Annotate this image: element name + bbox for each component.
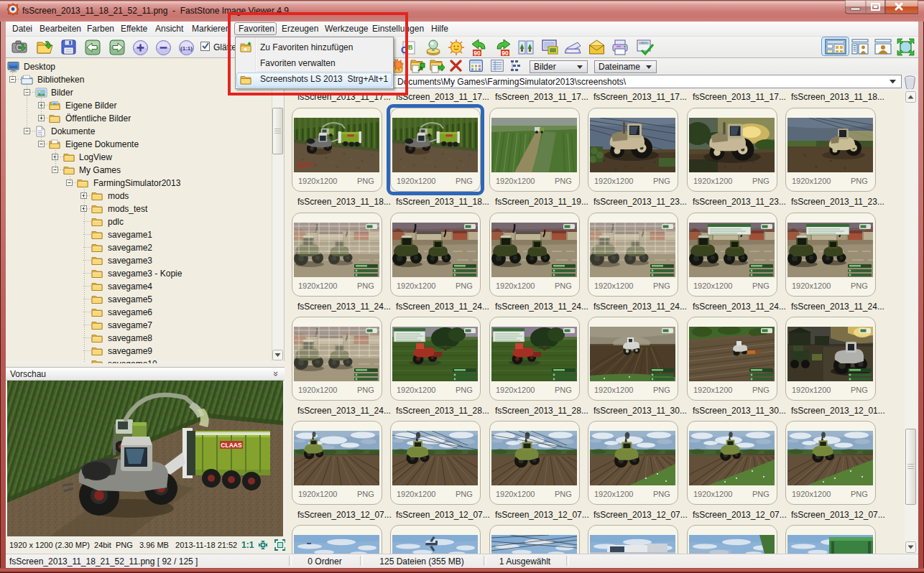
svg-text:(1:1): (1:1) bbox=[180, 45, 193, 52]
svg-text:CLAAS: CLAAS bbox=[221, 442, 242, 449]
svg-text:90: 90 bbox=[502, 50, 509, 57]
svg-text:B: B bbox=[408, 44, 413, 51]
svg-text:90: 90 bbox=[473, 50, 481, 57]
